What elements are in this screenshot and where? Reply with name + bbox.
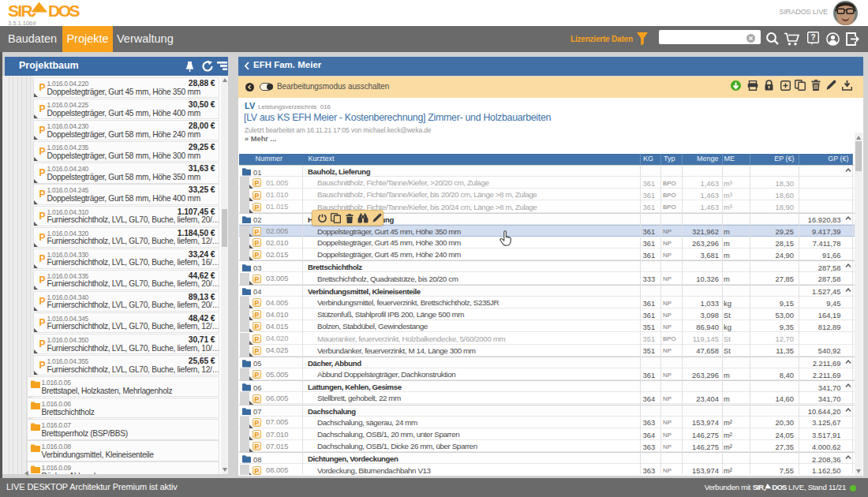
svg-text:?: ?: [810, 33, 815, 42]
